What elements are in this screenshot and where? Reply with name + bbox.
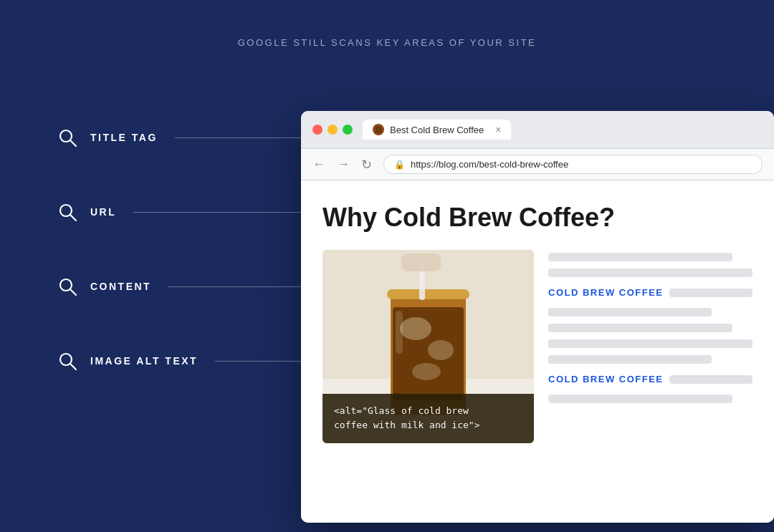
keyword-row-2: COLD BREW COFFEE bbox=[548, 371, 752, 387]
browser-titlebar: Best Cold Brew Coffee × bbox=[301, 111, 774, 149]
search-icon-image-alt bbox=[57, 351, 77, 371]
svg-point-15 bbox=[428, 340, 454, 360]
alt-tag-overlay: <alt="Glass of cold brew coffee with mil… bbox=[322, 394, 534, 444]
content-line-7 bbox=[548, 395, 732, 403]
article-image: <alt="Glass of cold brew coffee with mil… bbox=[322, 250, 534, 443]
keyword-badge-2: COLD BREW COFFEE bbox=[548, 371, 664, 387]
keyword-badge-1: COLD BREW COFFEE bbox=[548, 284, 664, 301]
svg-line-1 bbox=[70, 140, 76, 146]
browser-content: Why Cold Brew Coffee? bbox=[301, 180, 774, 523]
page-subtitle: GOOGLE STILL SCANS KEY AREAS OF YOUR SIT… bbox=[0, 0, 774, 48]
content-line-3 bbox=[548, 308, 712, 316]
left-item-image-alt: IMAGE ALT TEXT bbox=[57, 324, 301, 398]
left-panel: TITLE TAG URL CONTENT IMAG bbox=[57, 100, 301, 398]
url-label: URL bbox=[90, 206, 116, 218]
browser-window: Best Cold Brew Coffee × ← → ↻ 🔒 https://… bbox=[301, 111, 774, 523]
traffic-light-yellow[interactable] bbox=[328, 125, 338, 135]
svg-line-3 bbox=[70, 215, 76, 221]
content-line-6 bbox=[548, 355, 712, 364]
content-line-decorator bbox=[168, 286, 301, 287]
title-tag-label: TITLE TAG bbox=[90, 132, 158, 143]
svg-rect-19 bbox=[401, 253, 441, 271]
svg-point-16 bbox=[412, 363, 441, 380]
alt-tag-line1: <alt="Glass of cold brew bbox=[334, 404, 522, 419]
left-item-content: CONTENT bbox=[57, 249, 301, 324]
right-content: COLD BREW COFFEE COLD BREW COFFEE bbox=[548, 250, 752, 443]
svg-line-7 bbox=[70, 364, 76, 369]
svg-rect-17 bbox=[387, 289, 469, 299]
nav-forward-button[interactable]: → bbox=[337, 157, 350, 172]
lock-icon: 🔒 bbox=[394, 160, 405, 170]
svg-point-9 bbox=[377, 128, 380, 131]
tab-favicon bbox=[373, 124, 384, 135]
search-icon-content bbox=[57, 276, 77, 296]
browser-tab[interactable]: Best Cold Brew Coffee × bbox=[363, 120, 511, 140]
svg-line-5 bbox=[70, 289, 76, 295]
content-line-5 bbox=[548, 339, 752, 348]
browser-addressbar: ← → ↻ 🔒 https://blog.com/best-cold-brew-… bbox=[301, 149, 774, 180]
left-item-url: URL bbox=[57, 175, 301, 249]
content-area: <alt="Glass of cold brew coffee with mil… bbox=[322, 250, 752, 443]
keyword-line-1 bbox=[669, 289, 753, 297]
traffic-light-green[interactable] bbox=[343, 125, 353, 135]
content-line-4 bbox=[548, 324, 732, 332]
alt-tag-line2: coffee with milk and ice"> bbox=[334, 418, 522, 433]
svg-point-14 bbox=[400, 317, 431, 340]
svg-rect-20 bbox=[396, 311, 403, 354]
address-field[interactable]: 🔒 https://blog.com/best-cold-brew-coffee bbox=[383, 155, 763, 174]
search-icon bbox=[57, 127, 77, 147]
url-line bbox=[133, 212, 301, 213]
article-title: Why Cold Brew Coffee? bbox=[322, 202, 752, 233]
address-text: https://blog.com/best-cold-brew-coffee bbox=[411, 159, 568, 170]
svg-rect-13 bbox=[393, 307, 464, 400]
traffic-light-red[interactable] bbox=[312, 125, 322, 135]
tab-title: Best Cold Brew Coffee bbox=[390, 125, 484, 135]
nav-reload-button[interactable]: ↻ bbox=[361, 157, 372, 173]
keyword-line-2 bbox=[669, 375, 753, 384]
nav-back-button[interactable]: ← bbox=[312, 157, 325, 172]
left-item-title-tag: TITLE TAG bbox=[57, 100, 301, 175]
content-line-1 bbox=[548, 253, 732, 261]
image-alt-line bbox=[215, 361, 301, 362]
content-label: CONTENT bbox=[90, 281, 151, 292]
tab-close-button[interactable]: × bbox=[495, 124, 501, 135]
content-line-2 bbox=[548, 269, 752, 277]
keyword-row-1: COLD BREW COFFEE bbox=[548, 284, 752, 301]
search-icon-url bbox=[57, 202, 77, 222]
title-tag-line bbox=[175, 137, 301, 138]
traffic-lights bbox=[312, 125, 353, 135]
image-alt-label: IMAGE ALT TEXT bbox=[90, 355, 198, 367]
